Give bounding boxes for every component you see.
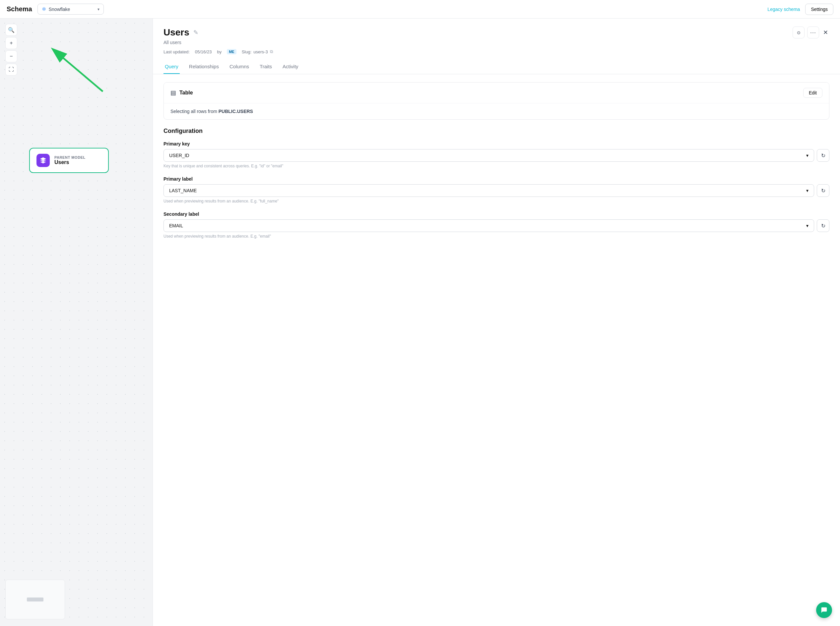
- settings-button[interactable]: Settings: [805, 4, 834, 15]
- last-updated-by-badge: ME: [227, 49, 236, 54]
- camera-button[interactable]: ⊙: [793, 27, 804, 38]
- secondary-label-refresh-button[interactable]: ↻: [817, 219, 829, 232]
- minimap-content: [6, 580, 65, 619]
- table-body: Selecting all rows from PUBLIC.USERS: [164, 103, 829, 119]
- primary-key-chevron: ▾: [806, 153, 809, 158]
- primary-label-hint: Used when previewing results from an aud…: [163, 199, 829, 203]
- primary-label-chevron: ▾: [806, 188, 809, 193]
- secondary-label-hint: Used when previewing results from an aud…: [163, 234, 829, 239]
- slug-row: Slug: users-3 ⧉: [242, 49, 273, 54]
- primary-label-row: LAST_NAME ▾ ↻: [163, 184, 829, 197]
- edit-title-icon[interactable]: ✎: [193, 29, 198, 36]
- tab-columns[interactable]: Columns: [228, 59, 250, 74]
- panel-title: Users: [163, 27, 189, 38]
- canvas-toolbar: 🔍 + − ⛶: [5, 24, 17, 75]
- secondary-label-field: Secondary label EMAIL ▾ ↻ Used when prev…: [163, 211, 829, 239]
- refresh-icon: ↻: [821, 152, 826, 159]
- model-icon: [36, 154, 50, 167]
- slug-value: users-3: [253, 49, 268, 54]
- search-icon: 🔍: [8, 27, 14, 33]
- primary-label-value: LAST_NAME: [169, 188, 197, 193]
- more-icon: ···: [810, 29, 816, 36]
- datasource-name: Snowflake: [49, 6, 95, 12]
- minus-icon: −: [9, 53, 13, 59]
- secondary-label-chevron: ▾: [806, 223, 809, 228]
- refresh-icon-2: ↻: [821, 188, 826, 194]
- canvas-area: 🔍 + − ⛶: [0, 19, 152, 626]
- model-name: Users: [54, 160, 86, 165]
- panel-title-row: Users ✎ ⊙ ··· ✕: [163, 27, 829, 38]
- app-logo: Schema: [6, 5, 32, 13]
- primary-label-refresh-button[interactable]: ↻: [817, 184, 829, 197]
- plus-icon: +: [9, 40, 13, 46]
- zoom-in-button[interactable]: +: [5, 37, 17, 49]
- nav-right: Legacy schema Settings: [767, 4, 834, 15]
- secondary-label-value: EMAIL: [169, 223, 183, 228]
- configuration-section: Configuration Primary key USER_ID ▾ ↻ Ke…: [163, 128, 829, 239]
- tab-relationships[interactable]: Relationships: [188, 59, 220, 74]
- edit-table-button[interactable]: Edit: [803, 88, 823, 98]
- panel-header: Users ✎ ⊙ ··· ✕ All users Last updated: …: [153, 19, 840, 74]
- close-button[interactable]: ✕: [822, 28, 829, 38]
- primary-key-refresh-button[interactable]: ↻: [817, 149, 829, 162]
- top-nav: Schema ❄ Snowflake ▾ Legacy schema Setti…: [0, 0, 840, 19]
- chat-button[interactable]: [816, 602, 832, 618]
- copy-icon[interactable]: ⧉: [270, 49, 273, 54]
- datasource-selector[interactable]: ❄ Snowflake ▾: [38, 4, 104, 14]
- table-icon: ▤: [170, 89, 176, 96]
- primary-key-field: Primary key USER_ID ▾ ↻ Key that is uniq…: [163, 141, 829, 168]
- minimap[interactable]: [5, 580, 65, 620]
- last-updated-label: Last updated:: [163, 49, 190, 54]
- search-button[interactable]: 🔍: [5, 24, 17, 36]
- secondary-label-row: EMAIL ▾ ↻: [163, 219, 829, 232]
- table-title: Table: [179, 90, 193, 96]
- secondary-label-label: Secondary label: [163, 211, 829, 217]
- tab-query[interactable]: Query: [163, 59, 180, 74]
- legacy-schema-link[interactable]: Legacy schema: [767, 6, 800, 12]
- table-section: ▤ Table Edit Selecting all rows from PUB…: [163, 82, 829, 120]
- parent-model-card[interactable]: PARENT MODEL Users: [29, 148, 109, 173]
- tabs-bar: Query Relationships Columns Traits Activ…: [163, 59, 829, 74]
- chevron-down-icon: ▾: [97, 7, 99, 12]
- panel-subtitle: All users: [163, 40, 829, 45]
- zoom-out-button[interactable]: −: [5, 50, 17, 62]
- config-title: Configuration: [163, 128, 829, 135]
- tab-activity[interactable]: Activity: [281, 59, 300, 74]
- model-label: PARENT MODEL: [54, 155, 86, 160]
- primary-key-label: Primary key: [163, 141, 829, 147]
- model-info: PARENT MODEL Users: [54, 155, 86, 165]
- arrow-annotation: [50, 45, 116, 98]
- more-options-button[interactable]: ···: [807, 27, 819, 38]
- expand-button[interactable]: ⛶: [5, 64, 17, 75]
- last-updated-date: 05/16/23: [195, 49, 212, 54]
- right-panel: Users ✎ ⊙ ··· ✕ All users Last updated: …: [152, 19, 840, 626]
- table-header-left: ▤ Table: [170, 89, 193, 96]
- primary-key-select[interactable]: USER_ID ▾: [163, 149, 814, 162]
- secondary-label-select[interactable]: EMAIL ▾: [163, 219, 814, 232]
- main-layout: 🔍 + − ⛶: [0, 19, 840, 626]
- primary-key-value: USER_ID: [169, 153, 189, 158]
- table-description-prefix: Selecting all rows from: [170, 109, 218, 114]
- last-updated-by-prefix: by: [217, 49, 221, 54]
- primary-key-hint: Key that is unique and consistent across…: [163, 164, 829, 168]
- minimap-thumb: [27, 598, 44, 601]
- table-header: ▤ Table Edit: [164, 83, 829, 103]
- panel-title-left: Users ✎: [163, 27, 198, 38]
- primary-label-select[interactable]: LAST_NAME ▾: [163, 184, 814, 197]
- tab-traits[interactable]: Traits: [258, 59, 273, 74]
- table-name: PUBLIC.USERS: [218, 109, 253, 114]
- refresh-icon-3: ↻: [821, 223, 826, 229]
- slug-label: Slug:: [242, 49, 252, 54]
- primary-label-field: Primary label LAST_NAME ▾ ↻ Used when pr…: [163, 176, 829, 203]
- svg-line-1: [60, 55, 103, 91]
- expand-icon: ⛶: [9, 67, 14, 73]
- primary-label-label: Primary label: [163, 176, 829, 182]
- camera-icon: ⊙: [797, 30, 801, 35]
- panel-body: ▤ Table Edit Selecting all rows from PUB…: [153, 74, 840, 255]
- meta-row: Last updated: 05/16/23 by ME Slug: users…: [163, 49, 829, 54]
- primary-key-row: USER_ID ▾ ↻: [163, 149, 829, 162]
- snowflake-icon: ❄: [42, 6, 46, 12]
- nav-left: Schema ❄ Snowflake ▾: [6, 4, 104, 14]
- panel-actions: ⊙ ··· ✕: [793, 27, 829, 38]
